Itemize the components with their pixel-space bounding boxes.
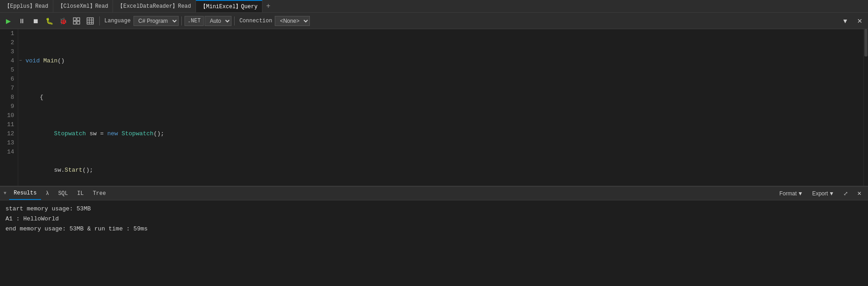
toolbar-right: ▼ ✕ bbox=[839, 15, 866, 27]
svg-rect-3 bbox=[77, 21, 80, 24]
bottom-tab-lambda[interactable]: λ bbox=[41, 187, 53, 200]
svg-rect-4 bbox=[87, 18, 93, 24]
format-button[interactable]: Format ▼ bbox=[777, 189, 806, 198]
language-label: Language bbox=[104, 18, 131, 24]
close-panel-button[interactable]: ✕ bbox=[854, 189, 864, 198]
table1-button[interactable] bbox=[70, 15, 83, 27]
separator2 bbox=[181, 16, 182, 26]
fold-icon-1[interactable]: − bbox=[19, 56, 22, 66]
separator3 bbox=[234, 16, 235, 26]
bottom-tabs: ▼ Results λ SQL IL Tree Format ▼ Export … bbox=[0, 187, 868, 200]
toolbar: ▶ ⏸ ⏹ 🐛 🐞 Language C# Program .NET Auto … bbox=[0, 13, 868, 29]
debug2-button[interactable]: 🐞 bbox=[56, 15, 69, 27]
code-area[interactable]: 1 2 3 4 5 6 7 8 9 10 11 12 13 14 − v bbox=[0, 29, 868, 186]
output-line-1: start memory usage: 53MB bbox=[5, 204, 863, 214]
tab-exceldatareader[interactable]: 【ExcelDataReader】Read bbox=[113, 0, 196, 12]
pause-button[interactable]: ⏸ bbox=[15, 15, 28, 27]
output-line-3: end memory usage: 53MB & run time : 59ms bbox=[5, 224, 863, 234]
output-line-2: A1 : HelloWorld bbox=[5, 214, 863, 224]
stop-button[interactable]: ⏹ bbox=[29, 15, 42, 27]
close-toolbar-button[interactable]: ✕ bbox=[853, 15, 866, 27]
code-line-3: Stopwatch sw = new Stopwatch(); bbox=[26, 129, 863, 138]
bottom-panel: ▼ Results λ SQL IL Tree Format ▼ Export … bbox=[0, 186, 868, 286]
code-content: − void Main() { Stopwatch sw = new Stopw… bbox=[18, 29, 863, 186]
bottom-tab-results[interactable]: Results bbox=[9, 187, 41, 200]
svg-rect-2 bbox=[73, 21, 76, 24]
debug1-button[interactable]: 🐛 bbox=[43, 15, 56, 27]
tab-bar: 【Epplus】Read 【CloseXml】Read 【ExcelDataRe… bbox=[0, 0, 868, 13]
main-content: 1 2 3 4 5 6 7 8 9 10 11 12 13 14 − v bbox=[0, 29, 868, 186]
table2-button[interactable] bbox=[84, 15, 97, 27]
expand-button[interactable]: ⤢ bbox=[841, 189, 851, 198]
scrollbar-thumb bbox=[864, 29, 868, 56]
export-button[interactable]: Export ▼ bbox=[809, 189, 837, 198]
run-button[interactable]: ▶ bbox=[2, 15, 15, 27]
dotnet-badge: .NET bbox=[185, 16, 204, 26]
bottom-tab-sql[interactable]: SQL bbox=[54, 187, 73, 200]
dropdown-button[interactable]: ▼ bbox=[839, 15, 852, 27]
svg-rect-0 bbox=[73, 18, 76, 20]
bottom-tab-tree[interactable]: Tree bbox=[88, 187, 111, 200]
connection-select[interactable]: <None> bbox=[275, 16, 310, 26]
tab-epplus[interactable]: 【Epplus】Read bbox=[0, 0, 53, 12]
bottom-tab-il[interactable]: IL bbox=[72, 187, 88, 200]
language-select[interactable]: C# Program bbox=[134, 16, 179, 26]
code-line-4: sw.Start(); bbox=[26, 166, 863, 175]
editor-scrollbar[interactable] bbox=[863, 29, 868, 186]
svg-rect-1 bbox=[77, 18, 80, 20]
bottom-tab-right: Format ▼ Export ▼ ⤢ ✕ bbox=[777, 189, 864, 198]
separator1 bbox=[99, 16, 100, 26]
editor-container: 1 2 3 4 5 6 7 8 9 10 11 12 13 14 − v bbox=[0, 29, 868, 186]
code-line-1: − void Main() bbox=[26, 56, 863, 66]
code-line-2: { bbox=[26, 93, 863, 102]
tab-miniexcel[interactable]: 【MiniExcel】Query bbox=[196, 0, 262, 12]
bottom-panel-arrow[interactable]: ▼ bbox=[4, 191, 6, 196]
line-numbers: 1 2 3 4 5 6 7 8 9 10 11 12 13 14 bbox=[0, 29, 18, 186]
dotnet-select[interactable]: Auto bbox=[205, 16, 231, 26]
tab-closexml[interactable]: 【CloseXml】Read bbox=[53, 0, 113, 12]
connection-label: Connection bbox=[239, 18, 272, 24]
tab-add-button[interactable]: + bbox=[262, 2, 274, 10]
bottom-content: start memory usage: 53MB A1 : HelloWorld… bbox=[0, 200, 868, 286]
